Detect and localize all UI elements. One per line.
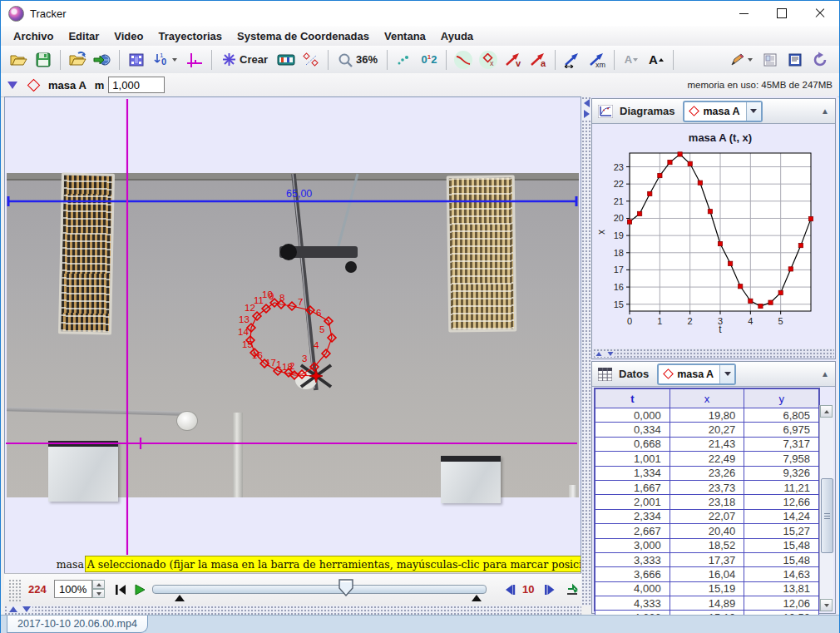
menu-video[interactable]: Video [106, 30, 151, 42]
table-cell[interactable]: 12,06 [744, 596, 819, 611]
table-cell[interactable]: 20,40 [670, 524, 744, 538]
table-cell[interactable]: 14,89 [670, 596, 744, 611]
horizontal-splitter-arrows[interactable] [7, 606, 32, 612]
vector-button[interactable] [561, 48, 584, 72]
table-cell[interactable]: 18,52 [670, 538, 744, 552]
menu-trayectorias[interactable]: Trayectorias [151, 30, 230, 42]
video-file-tab[interactable]: 2017-10-10 20.06.00.mp4 [7, 616, 148, 633]
table-cell[interactable]: 23,18 [670, 495, 744, 509]
table-row[interactable]: 3,66616,0414,63 [595, 567, 819, 581]
drawings-button[interactable] [725, 48, 757, 72]
scrollbar-thumb[interactable] [821, 478, 833, 553]
trace-button[interactable] [452, 48, 475, 72]
import-button[interactable] [91, 48, 114, 72]
table-cell[interactable]: 9,326 [744, 466, 819, 480]
table-row[interactable]: 2,00123,1812,66 [595, 495, 819, 509]
table-row[interactable]: 1,33423,269,326 [595, 466, 819, 480]
table-cell[interactable]: 0,334 [595, 423, 670, 437]
table-cell[interactable]: 21,43 [670, 437, 744, 451]
mass-value-field[interactable] [108, 77, 165, 93]
close-button[interactable] [801, 1, 839, 26]
table-row[interactable]: 3,00018,5215,48 [595, 538, 819, 552]
table-cell[interactable]: 23,26 [670, 466, 744, 480]
table-row[interactable]: 0,00019,806,805 [595, 408, 819, 423]
table-cell[interactable]: 12,66 [744, 495, 819, 509]
loop-button[interactable] [562, 580, 582, 600]
table-cell[interactable]: 6,975 [744, 423, 819, 437]
table-row[interactable]: 2,33422,0714,24 [595, 509, 819, 523]
table-cell[interactable]: 0,000 [595, 408, 670, 423]
refresh-button[interactable] [808, 48, 832, 72]
table-cell[interactable]: 7,317 [744, 437, 819, 451]
vertical-splitter[interactable] [581, 96, 591, 606]
playback-rate-field[interactable]: 100% [54, 580, 92, 598]
table-cell[interactable]: 17,37 [670, 552, 744, 566]
selected-track-name[interactable]: masa A [48, 79, 86, 91]
step-size[interactable]: 10 [522, 583, 534, 596]
frame-slider[interactable] [152, 585, 487, 594]
new-track-button[interactable]: Crear [217, 48, 273, 72]
video-viewport[interactable]: 65,00123456789101112131415161718 masa A … [4, 96, 581, 574]
axes-button[interactable] [183, 48, 206, 72]
rate-spinner[interactable] [92, 580, 105, 598]
menu-ayuda[interactable]: Ayuda [433, 30, 481, 42]
column-header-t[interactable]: t [595, 389, 670, 408]
table-row[interactable]: 4,00015,1913,81 [595, 581, 819, 596]
table-row[interactable]: 2,66720,4015,27 [595, 524, 819, 538]
table-cell[interactable]: 3,666 [595, 567, 670, 581]
table-cell[interactable]: 2,001 [595, 495, 670, 509]
table-cell[interactable]: 11,21 [744, 480, 819, 494]
font-smaller-button[interactable]: A [620, 48, 643, 72]
trails-button[interactable] [393, 48, 416, 72]
table-cell[interactable]: 15,48 [744, 552, 819, 566]
rate-up-button[interactable] [92, 580, 105, 589]
table-cell[interactable]: 15,27 [744, 524, 819, 538]
open-library-button[interactable] [66, 48, 89, 72]
table-cell[interactable]: 1,334 [595, 466, 670, 480]
table-cell[interactable]: 15,48 [744, 538, 819, 552]
position-button[interactable]: x [477, 48, 500, 72]
frame-numbers-button[interactable]: 012 [418, 48, 441, 72]
menu-archivo[interactable]: Archivo [6, 30, 61, 42]
maximize-button[interactable] [763, 1, 801, 26]
track-marker-icon[interactable] [27, 78, 41, 91]
table-cell[interactable]: 7,958 [744, 452, 819, 466]
calibration-points-button[interactable] [299, 48, 323, 72]
diagramas-track-select[interactable]: masa A [683, 101, 762, 122]
clip-end-marker[interactable] [472, 595, 482, 601]
scroll-up-button[interactable] [820, 405, 833, 418]
datos-collapse-button[interactable]: ▲ [821, 369, 829, 378]
menu-ventana[interactable]: Ventana [377, 30, 433, 42]
save-button[interactable] [32, 48, 55, 72]
tape-measure-button[interactable] [274, 48, 298, 72]
zoom-button[interactable]: 36% [334, 48, 382, 72]
clip-settings-button[interactable] [125, 48, 148, 72]
table-cell[interactable]: 23,73 [670, 480, 744, 494]
scroll-down-button[interactable] [820, 599, 833, 611]
table-cell[interactable]: 13,81 [744, 581, 819, 596]
table-cell[interactable]: 2,667 [595, 524, 670, 538]
table-row[interactable]: 4,33314,8912,06 [595, 596, 819, 611]
table-row[interactable]: 1,66723,7311,21 [595, 480, 819, 494]
play-button[interactable] [130, 580, 150, 600]
horizontal-splitter[interactable] [4, 606, 581, 615]
player-grip-handle[interactable] [8, 579, 22, 601]
calibration-button[interactable]: 01 [150, 48, 181, 72]
plot-splitter[interactable] [593, 349, 834, 358]
table-cell[interactable]: 20,27 [670, 423, 744, 437]
open-button[interactable] [7, 48, 30, 72]
table-cell[interactable]: 15,19 [670, 581, 744, 596]
table-cell[interactable]: 14,63 [744, 567, 819, 581]
table-cell[interactable]: 3,333 [595, 552, 670, 566]
data-table-scrollbar[interactable] [819, 405, 833, 611]
clip-start-marker[interactable] [175, 595, 185, 601]
step-forward-button[interactable] [540, 580, 560, 600]
table-row[interactable]: 0,33420,276,975 [595, 423, 819, 437]
table-cell[interactable]: 19,80 [670, 408, 744, 423]
table-cell[interactable]: 14,24 [744, 509, 819, 523]
minimize-button[interactable] [724, 1, 763, 26]
vertical-splitter-arrows[interactable] [582, 99, 590, 121]
menu-systema-de-coordenadas[interactable]: Systema de Coordenadas [230, 30, 377, 42]
column-header-y[interactable]: y [744, 389, 819, 408]
table-cell[interactable]: 4,000 [595, 581, 670, 596]
